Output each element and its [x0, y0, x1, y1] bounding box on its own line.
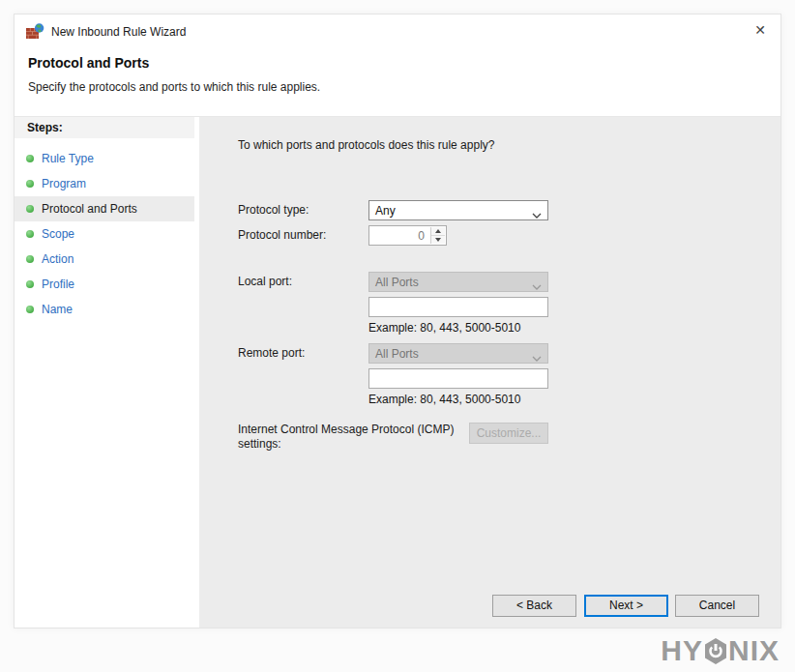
close-icon[interactable]: ✕: [754, 22, 766, 38]
cancel-button[interactable]: Cancel: [675, 595, 759, 617]
hyonix-logo-left: HY: [661, 634, 703, 667]
next-button[interactable]: Next >: [584, 595, 668, 617]
sidebar-item-name[interactable]: Name: [15, 297, 194, 322]
content-question: To which ports and protocols does this r…: [238, 138, 494, 152]
sidebar-item-profile[interactable]: Profile: [15, 272, 194, 297]
wizard-dialog: New Inbound Rule Wizard ✕ Protocol and P…: [14, 14, 781, 628]
page-subtitle: Specify the protocols and ports to which…: [28, 80, 320, 94]
wizard-content: To which ports and protocols does this r…: [199, 117, 780, 628]
icmp-settings-label: Internet Control Message Protocol (ICMP)…: [238, 423, 456, 452]
page-title: Protocol and Ports: [28, 55, 149, 71]
sidebar-item-scope[interactable]: Scope: [15, 221, 194, 247]
remote-port-dropdown[interactable]: All Ports: [368, 343, 548, 364]
step-label: Program: [42, 177, 86, 190]
step-label: Rule Type: [42, 152, 94, 165]
customize-button[interactable]: Customize...: [469, 423, 548, 444]
step-label: Profile: [42, 278, 74, 291]
local-port-example: Example: 80, 443, 5000-5010: [368, 321, 520, 335]
spinner-up-icon[interactable]: [431, 227, 445, 236]
step-bullet-icon: [26, 255, 34, 263]
local-port-input[interactable]: [368, 297, 548, 317]
step-bullet-icon: [26, 306, 34, 313]
protocol-type-dropdown[interactable]: Any: [368, 200, 548, 220]
hyonix-logo: HY NIX: [661, 634, 780, 667]
remote-port-value: All Ports: [375, 347, 419, 361]
protocol-type-label: Protocol type:: [238, 203, 309, 217]
step-bullet-icon: [26, 280, 34, 288]
local-port-label: Local port:: [238, 275, 292, 288]
sidebar-item-rule-type[interactable]: Rule Type: [15, 146, 194, 171]
protocol-number-label: Protocol number:: [238, 228, 326, 242]
step-bullet-icon: [26, 205, 34, 213]
steps-heading: Steps:: [15, 117, 194, 138]
step-label: Name: [42, 303, 73, 316]
sidebar-item-action[interactable]: Action: [15, 247, 194, 272]
chevron-down-icon: [532, 351, 542, 365]
step-label: Protocol and Ports: [42, 202, 137, 216]
step-label: Scope: [42, 227, 74, 241]
spinner-buttons: [430, 227, 445, 244]
window-title: New Inbound Rule Wizard: [51, 25, 186, 39]
title-bar: New Inbound Rule Wizard ✕: [15, 15, 780, 49]
local-port-value: All Ports: [375, 276, 419, 289]
remote-port-example: Example: 80, 443, 5000-5010: [368, 393, 520, 406]
step-bullet-icon: [26, 230, 34, 238]
hyonix-logo-right: NIX: [728, 634, 780, 667]
hexagon-power-icon: [703, 637, 728, 664]
sidebar-item-program[interactable]: Program: [15, 171, 194, 196]
chevron-down-icon: [532, 279, 542, 293]
steps-list: Rule Type Program Protocol and Ports Sco…: [15, 146, 194, 322]
protocol-type-value: Any: [375, 204, 396, 218]
firewall-icon: [26, 23, 44, 40]
back-button[interactable]: < Back: [492, 595, 576, 617]
remote-port-input[interactable]: [368, 368, 548, 389]
step-bullet-icon: [26, 155, 34, 162]
local-port-dropdown[interactable]: All Ports: [368, 272, 548, 292]
protocol-number-spinner[interactable]: 0: [368, 225, 447, 246]
chevron-down-icon: [532, 208, 542, 221]
protocol-number-value: 0: [418, 229, 425, 243]
sidebar-item-protocol-and-ports[interactable]: Protocol and Ports: [15, 196, 194, 221]
step-bullet-icon: [26, 180, 34, 188]
spinner-down-icon[interactable]: [431, 236, 445, 244]
screenshot-root: New Inbound Rule Wizard ✕ Protocol and P…: [0, 0, 795, 672]
remote-port-label: Remote port:: [238, 346, 305, 360]
steps-sidebar: Steps: Rule Type Program Protocol and Po…: [15, 117, 194, 628]
step-label: Action: [42, 252, 74, 266]
